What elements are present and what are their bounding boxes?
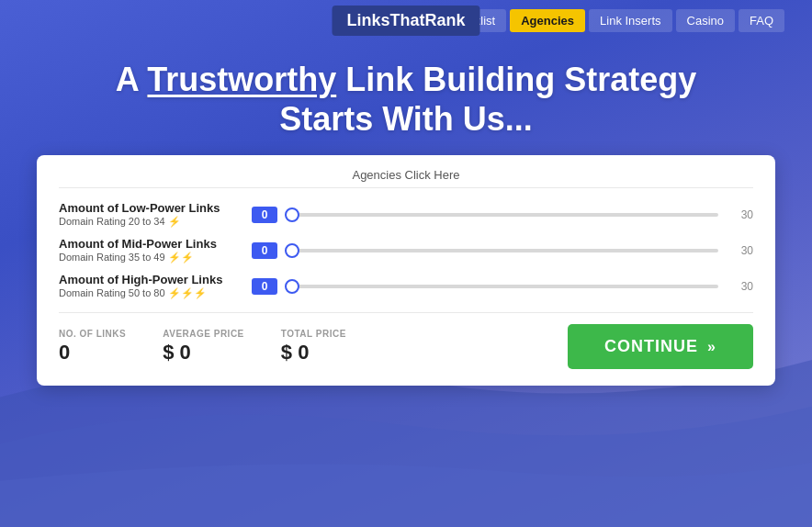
total-price-value: $ 0 [281,341,346,364]
hero-underline-word: Trustworthy [147,61,336,98]
slider-section-1: 0 30 [252,242,753,259]
hero-section: A Trustworthy Link Building Strategy Sta… [0,41,812,155]
link-row-2: Amount of High-Power Links Domain Rating… [59,273,753,299]
nav-link-casino[interactable]: Casino [676,9,735,32]
slider-2[interactable] [285,285,718,288]
link-row-1: Amount of Mid-Power Links Domain Rating … [59,237,753,264]
max-label-0: 30 [735,208,753,221]
logo: LinksThatRank [332,6,479,36]
avg-price-label: AVERAGE PRICE [163,329,244,339]
max-label-2: 30 [735,280,753,293]
no-of-links-label: NO. OF LINKS [59,329,126,339]
hero-heading: A Trustworthy Link Building Strategy Sta… [28,60,784,139]
value-badge-1: 0 [252,242,277,259]
link-subtitle-0: Domain Rating 20 to 34 ⚡ [59,216,242,228]
link-title-1: Amount of Mid-Power Links [59,237,242,251]
link-stars-2: ⚡⚡⚡ [168,287,207,298]
link-stars-1: ⚡⚡ [168,252,194,263]
slider-section-0: 0 30 [252,207,753,223]
nav-links: BlacklistAgenciesLink InsertsCasinoFAQ [441,9,784,32]
slider-wrapper-2 [285,285,718,288]
card-footer: NO. OF LINKS 0 AVERAGE PRICE $ 0 TOTAL P… [59,312,753,369]
no-of-links-value: 0 [59,341,126,364]
link-info-1: Amount of Mid-Power Links Domain Rating … [59,237,242,264]
nav-link-link-inserts[interactable]: Link Inserts [589,9,671,32]
slider-1[interactable] [285,249,718,252]
value-badge-0: 0 [252,207,277,223]
avg-price-stat: AVERAGE PRICE $ 0 [163,329,244,364]
total-price-label: TOTAL PRICE [281,329,346,339]
card-header: Agencies Click Here [59,168,753,188]
link-stars-0: ⚡ [168,216,181,227]
slider-wrapper-0 [285,213,718,217]
continue-icon: » [707,339,716,355]
link-subtitle-2: Domain Rating 50 to 80 ⚡⚡⚡ [59,287,242,299]
pricing-card: Agencies Click Here Amount of Low-Power … [37,155,775,386]
max-label-1: 30 [735,244,753,257]
link-info-0: Amount of Low-Power Links Domain Rating … [59,201,242,228]
link-title-2: Amount of High-Power Links [59,273,242,286]
avg-price-value: $ 0 [163,341,244,364]
slider-wrapper-1 [285,249,718,252]
total-price-stat: TOTAL PRICE $ 0 [281,329,346,364]
link-subtitle-1: Domain Rating 35 to 49 ⚡⚡ [59,252,242,264]
slider-section-2: 0 30 [252,278,753,295]
link-row-0: Amount of Low-Power Links Domain Rating … [59,201,753,228]
hero-line2: Starts With Us... [279,100,533,138]
link-title-0: Amount of Low-Power Links [59,201,242,215]
slider-0[interactable] [285,213,718,217]
link-info-2: Amount of High-Power Links Domain Rating… [59,273,242,299]
nav-link-agencies[interactable]: Agencies [510,9,585,32]
continue-label: CONTINUE [604,337,698,356]
link-rows-container: Amount of Low-Power Links Domain Rating … [59,201,753,299]
no-of-links-stat: NO. OF LINKS 0 [59,329,126,364]
navbar: LinksThatRank BlacklistAgenciesLink Inse… [0,0,812,41]
value-badge-2: 0 [252,278,277,295]
nav-link-faq[interactable]: FAQ [739,9,784,32]
continue-button[interactable]: CONTINUE » [568,324,753,369]
